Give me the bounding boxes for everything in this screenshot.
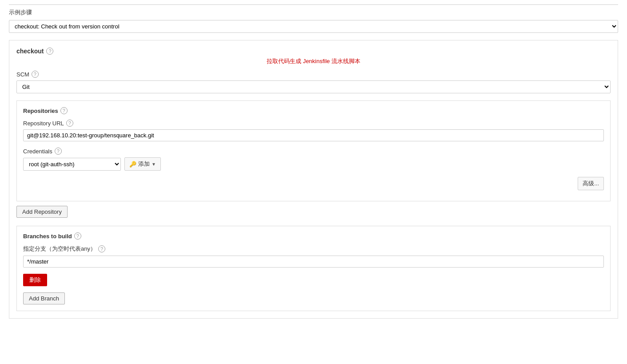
add-branch-button[interactable]: Add Branch bbox=[23, 292, 65, 304]
repositories-title-row: Repositories ? bbox=[23, 107, 604, 114]
credentials-row: root (git-auth-ssh) 🔑 添加 ▼ bbox=[23, 157, 604, 171]
credentials-help-icon[interactable]: ? bbox=[55, 148, 62, 155]
delete-branch-button[interactable]: 删除 bbox=[23, 274, 47, 286]
repositories-box: Repositories ? Repository URL ? Credenti… bbox=[16, 100, 611, 201]
checkout-help-icon[interactable]: ? bbox=[46, 48, 53, 55]
branch-field-label: 指定分支（为空时代表any） bbox=[23, 245, 96, 253]
scm-label: SCM bbox=[16, 71, 29, 78]
scm-label-row: SCM ? bbox=[16, 71, 611, 78]
repo-url-label-row: Repository URL ? bbox=[23, 120, 604, 127]
example-steps-dropdown[interactable]: checkout: Check out from version control bbox=[9, 20, 618, 33]
repo-url-label: Repository URL bbox=[23, 120, 64, 127]
example-steps-section: 示例步骤 checkout: Check out from version co… bbox=[9, 8, 618, 33]
credentials-dropdown[interactable]: root (git-auth-ssh) bbox=[23, 158, 121, 171]
page-container: 示例步骤 checkout: Check out from version co… bbox=[0, 0, 627, 332]
branches-help-icon[interactable]: ? bbox=[74, 232, 81, 240]
checkout-label: checkout bbox=[16, 48, 44, 55]
pull-message: 拉取代码生成 Jenkinsfile 流水线脚本 bbox=[16, 57, 611, 65]
repositories-help-icon[interactable]: ? bbox=[60, 107, 68, 114]
advanced-button[interactable]: 高级... bbox=[578, 177, 604, 190]
credentials-label: Credentials bbox=[23, 148, 52, 155]
branch-input[interactable] bbox=[23, 256, 604, 268]
scm-help-icon[interactable]: ? bbox=[32, 71, 39, 78]
credentials-label-row: Credentials ? bbox=[23, 148, 604, 155]
repo-url-help-icon[interactable]: ? bbox=[66, 120, 73, 127]
chevron-down-icon: ▼ bbox=[152, 162, 156, 167]
repositories-label: Repositories bbox=[23, 108, 58, 114]
advanced-btn-row: 高级... bbox=[23, 177, 604, 190]
add-repository-button[interactable]: Add Repository bbox=[16, 206, 68, 218]
checkout-title: checkout ? bbox=[16, 48, 611, 55]
branches-label: Branches to build bbox=[23, 233, 72, 240]
example-steps-label: 示例步骤 bbox=[9, 8, 618, 16]
branches-to-build-box: Branches to build ? 指定分支（为空时代表any） ? 删除 … bbox=[16, 226, 611, 311]
scm-section: SCM ? Git bbox=[16, 71, 611, 93]
key-icon: 🔑 bbox=[129, 161, 136, 168]
repo-url-input[interactable] bbox=[23, 129, 604, 141]
checkout-box: checkout ? 拉取代码生成 Jenkinsfile 流水线脚本 SCM … bbox=[9, 40, 618, 319]
add-credentials-label: 添加 bbox=[138, 160, 150, 168]
scm-dropdown[interactable]: Git bbox=[16, 80, 611, 93]
branch-field-help-icon[interactable]: ? bbox=[98, 245, 105, 252]
add-credentials-button[interactable]: 🔑 添加 ▼ bbox=[124, 157, 161, 171]
branch-field-label-row: 指定分支（为空时代表any） ? bbox=[23, 245, 604, 253]
top-divider bbox=[9, 4, 618, 5]
branches-title-row: Branches to build ? bbox=[23, 232, 604, 240]
